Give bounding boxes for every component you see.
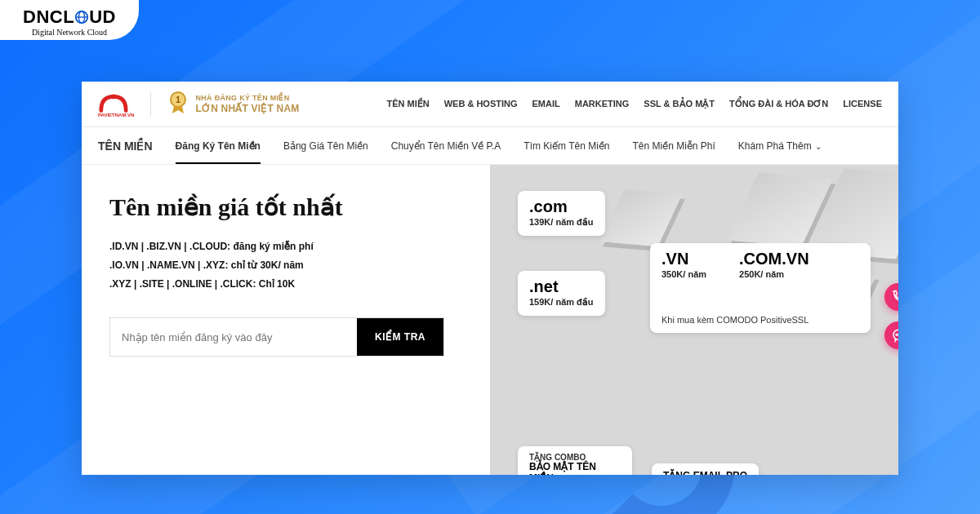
price-card-vn[interactable]: .VN 350K/ năm .COM.VN 250K/ năm Khi mua …: [650, 243, 871, 333]
subnav-item-free[interactable]: Tên Miền Miễn Phí: [632, 140, 715, 163]
tld-label: .COM.VN: [739, 250, 809, 268]
subnav-item-register[interactable]: Đăng Ký Tên Miền: [176, 140, 261, 163]
hero-left: Tên miền giá tốt nhất .ID.VN | .BIZ.VN |…: [82, 165, 490, 475]
hero-title: Tên miền giá tốt nhất: [109, 193, 466, 221]
dncloud-subtitle: Digital Network Cloud: [16, 28, 122, 37]
tld-label: .com: [529, 197, 594, 216]
globe-icon: [74, 8, 89, 29]
dncloud-title: DNCLUD: [16, 7, 122, 29]
pa-logo-icon: [98, 91, 129, 114]
price-label: 139K/ năm đầu: [529, 217, 594, 228]
topnav-item[interactable]: WEB & HOSTING: [444, 99, 518, 109]
search-bar: KIỂM TRA: [109, 317, 444, 357]
subnav-item-more[interactable]: Khám Phá Thêm ⌄: [738, 140, 822, 163]
topnav-item[interactable]: EMAIL: [532, 99, 560, 109]
subnav-heading: TÊN MIỀN: [98, 140, 153, 153]
divider: [150, 92, 151, 117]
slogan-small: NHÀ ĐĂNG KÝ TÊN MIỀN: [195, 94, 299, 103]
topnav-item[interactable]: TỔNG ĐÀI & HÓA ĐƠN: [729, 99, 828, 109]
promo-card-email[interactable]: TẶNG EMAIL PRO: [652, 463, 759, 475]
subnav-item-search[interactable]: Tìm Kiếm Tên Miền: [523, 140, 609, 163]
topnav-item[interactable]: LICENSE: [843, 99, 882, 109]
cube-decoration: [600, 189, 683, 247]
medal-icon: 1: [167, 91, 189, 118]
topnav-item[interactable]: MARKETING: [575, 99, 630, 109]
svg-text:1: 1: [176, 95, 180, 104]
price-card-com[interactable]: .com 139K/ năm đầu: [518, 191, 605, 236]
price-card-net[interactable]: .net 159K/ năm đầu: [518, 271, 605, 316]
topnav-item[interactable]: TÊN MIỀN: [386, 99, 429, 109]
svg-point-7: [896, 335, 898, 336]
price-label: 250K/ năm: [739, 269, 809, 279]
tld-label: .VN: [662, 250, 706, 268]
hero-line: .XYZ | .SITE | .ONLINE | .CLICK: Chỉ 10K: [109, 275, 466, 294]
hero-right: .com 139K/ năm đầu .net 159K/ năm đầu .V…: [490, 165, 898, 475]
fab-phone-icon[interactable]: [884, 283, 898, 311]
topnav: TÊN MIỀN WEB & HOSTING EMAIL MARKETING S…: [386, 99, 882, 109]
fab-chat-icon[interactable]: [884, 321, 898, 349]
dncloud-badge: DNCLUD Digital Network Cloud: [0, 0, 139, 40]
price-note: Khi mua kèm COMODO PositiveSSL: [662, 315, 859, 325]
subnav: TÊN MIỀN Đăng Ký Tên Miền Bảng Giá Tên M…: [82, 127, 898, 165]
logo-area[interactable]: PAVIETNAM.VN 1 NHÀ ĐĂNG KÝ TÊN MIỀN LỚN …: [98, 91, 300, 118]
slogan-big: LỚN NHẤT VIỆT NAM: [195, 103, 299, 114]
promo-card-combo[interactable]: TẶNG COMBO BẢO MẬT TÊN MIỀN: [518, 446, 632, 475]
price-label: 350K/ năm: [662, 269, 706, 279]
svg-point-3: [111, 94, 116, 99]
site-card: PAVIETNAM.VN 1 NHÀ ĐĂNG KÝ TÊN MIỀN LỚN …: [82, 82, 898, 475]
hero-line: .ID.VN | .BIZ.VN | .CLOUD: đăng ký miễn …: [109, 237, 466, 256]
hero-line: .IO.VN | .NAME.VN | .XYZ: chỉ từ 30K/ nă…: [109, 256, 466, 275]
promo-line: TẶNG EMAIL PRO: [663, 470, 747, 475]
promo-line: BẢO MẬT TÊN MIỀN: [529, 462, 621, 475]
tld-label: .net: [529, 277, 594, 296]
topnav-item[interactable]: SSL & BẢO MẬT: [644, 99, 715, 109]
domain-search-input[interactable]: [110, 318, 357, 356]
chevron-down-icon: ⌄: [813, 142, 822, 151]
subnav-item-transfer[interactable]: Chuyển Tên Miền Về P.A: [391, 140, 501, 163]
svg-point-8: [898, 335, 898, 336]
search-button[interactable]: KIỂM TRA: [357, 318, 443, 356]
price-label: 159K/ năm đầu: [529, 297, 594, 308]
subnav-item-pricing[interactable]: Bảng Giá Tên Miền: [283, 140, 368, 163]
topbar: PAVIETNAM.VN 1 NHÀ ĐĂNG KÝ TÊN MIỀN LỚN …: [82, 82, 898, 127]
